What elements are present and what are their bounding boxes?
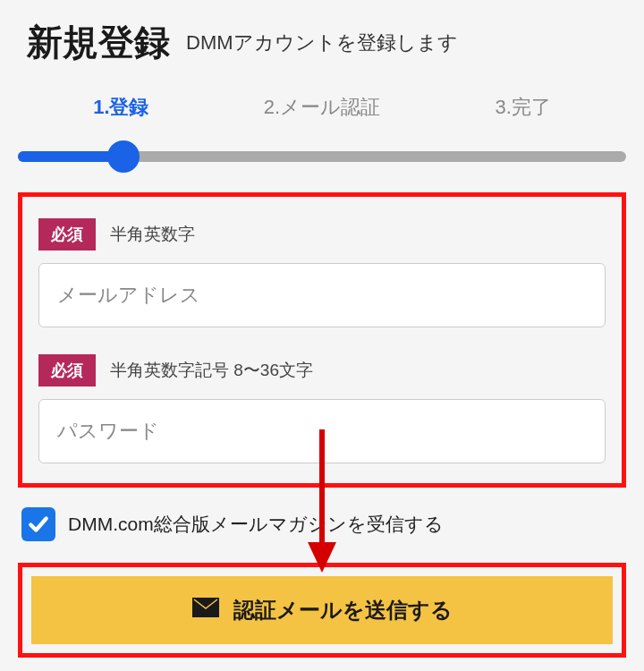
progress-bar: [18, 139, 626, 174]
step-complete: 3.完了: [495, 94, 550, 121]
submit-highlight-box: 認証メールを送信する: [18, 563, 626, 658]
progress-knob: [107, 140, 140, 173]
progress-steps: 1.登録 2.メール認証 3.完了: [18, 94, 626, 121]
send-verification-button[interactable]: 認証メールを送信する: [31, 576, 613, 644]
page-title: 新規登録: [27, 18, 170, 67]
step-verify: 2.メール認証: [264, 94, 380, 121]
envelope-icon: [192, 598, 219, 623]
password-hint: 半角英数字記号 8〜36文字: [110, 359, 313, 382]
password-label-row: 必須 半角英数字記号 8〜36文字: [38, 354, 606, 386]
newsletter-checkbox-label: DMM.com総合版メールマガジンを受信する: [68, 512, 444, 537]
page-subtitle: DMMアカウントを登録します: [186, 30, 458, 56]
password-field[interactable]: [38, 399, 606, 463]
email-label-row: 必須 半角英数字: [38, 218, 606, 251]
form-highlight-box: 必須 半角英数字 必須 半角英数字記号 8〜36文字: [18, 192, 626, 488]
required-badge: 必須: [38, 354, 96, 386]
email-hint: 半角英数字: [110, 223, 195, 246]
step-register: 1.登録: [93, 94, 148, 121]
required-badge: 必須: [38, 218, 96, 251]
submit-button-label: 認証メールを送信する: [233, 596, 453, 624]
header: 新規登録 DMMアカウントを登録します: [27, 18, 626, 67]
email-field[interactable]: [38, 263, 606, 327]
newsletter-checkbox-row[interactable]: DMM.com総合版メールマガジンを受信する: [21, 507, 626, 541]
checkbox-checked-icon[interactable]: [21, 507, 55, 541]
